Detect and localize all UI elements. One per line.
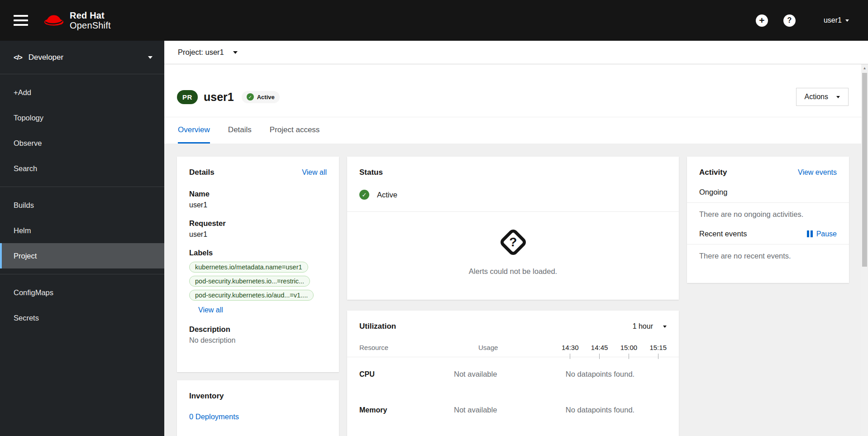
- labels-label: Labels: [189, 249, 327, 257]
- time-tick-label: 14:30: [562, 344, 579, 355]
- time-tick-label: 15:00: [620, 344, 638, 355]
- details-view-all-link[interactable]: View all: [302, 168, 327, 177]
- sidebar-item-secrets[interactable]: Secrets: [0, 305, 164, 331]
- status-card: Status ✓ Active ? Alerts could not be lo…: [347, 157, 679, 300]
- project-selector-dropdown[interactable]: Project: user1: [178, 48, 238, 57]
- name-label: Name: [189, 190, 327, 198]
- plus-circle-icon[interactable]: +: [756, 14, 768, 27]
- nav-group-resources: Builds Helm Project: [0, 187, 164, 274]
- axis-tick: [570, 354, 570, 359]
- project-bar: Project: user1: [164, 41, 868, 64]
- recent-empty-message: There are no recent events.: [699, 252, 837, 260]
- labels-view-all-link[interactable]: View all: [198, 306, 223, 314]
- brand-line2: OpenShift: [70, 20, 111, 30]
- caret-down-icon: [148, 56, 153, 59]
- utilization-row-cpu: CPU Not available No datapoints found.: [359, 370, 667, 379]
- status-badge-label: Active: [257, 94, 275, 101]
- label-chip[interactable]: pod-security.kubernetes.io/aud...=v1....: [189, 290, 314, 301]
- sidebar-item-configmaps[interactable]: ConfigMaps: [0, 280, 164, 305]
- sidebar-item-project[interactable]: Project: [0, 243, 164, 268]
- user-menu-dropdown[interactable]: user1: [824, 16, 849, 24]
- tab-overview[interactable]: Overview: [178, 117, 210, 144]
- utilization-card: Utilization 1 hour Resource Usage 14:30 …: [347, 311, 679, 436]
- redhat-fedora-icon: [43, 12, 64, 29]
- recent-events-heading: Recent events Pause: [699, 230, 837, 238]
- labels-list: kubernetes.io/metadata.name=user1 pod-se…: [189, 262, 327, 301]
- main-content: PR user1 ✓ Active Actions Overview Detai…: [164, 64, 861, 436]
- project-selector-label: Project: user1: [178, 48, 224, 57]
- perspective-label: Developer: [29, 53, 64, 62]
- caret-down-icon: [233, 51, 238, 54]
- actions-dropdown-button[interactable]: Actions: [796, 88, 849, 106]
- caret-down-icon: [836, 96, 840, 98]
- menu-toggle-button[interactable]: [14, 15, 28, 26]
- utilization-row-memory: Memory Not available No datapoints found…: [359, 406, 667, 414]
- divider: [687, 202, 849, 203]
- duration-dropdown[interactable]: 1 hour: [633, 322, 667, 331]
- question-circle-icon[interactable]: ?: [783, 14, 796, 27]
- vertical-scrollbar[interactable]: ▲: [861, 65, 868, 436]
- axis-tick: [599, 354, 600, 359]
- pause-events-button[interactable]: Pause: [807, 230, 837, 238]
- divider: [687, 244, 849, 244]
- unknown-alerts-icon: ?: [498, 227, 528, 257]
- sidebar-item-helm[interactable]: Helm: [0, 218, 164, 243]
- sidebar-item-topology[interactable]: Topology: [0, 105, 164, 130]
- status-card-title: Status: [359, 168, 383, 177]
- pause-icon: [807, 230, 813, 237]
- nav-group-main: +Add Topology Observe Search: [0, 74, 164, 187]
- ongoing-heading: Ongoing: [699, 188, 837, 196]
- ongoing-empty-message: There are no ongoing activities.: [699, 210, 837, 219]
- brand-line1: Red Hat: [70, 10, 111, 20]
- page-header: PR user1 ✓ Active Actions: [164, 64, 861, 117]
- usage-value: Not available: [439, 406, 534, 414]
- datapoints-message: No datapoints found.: [534, 370, 667, 379]
- resource-name: CPU: [359, 370, 439, 379]
- utilization-header-row: Resource Usage 14:30 14:45 15:00 15:15: [359, 344, 667, 355]
- view-events-link[interactable]: View events: [798, 168, 837, 177]
- activity-card-title: Activity: [699, 168, 727, 177]
- status-value: Active: [377, 191, 397, 199]
- requester-label: Requester: [189, 219, 327, 228]
- description-label: Description: [189, 325, 327, 334]
- time-axis: 14:30 14:45 15:00 15:15: [562, 344, 667, 355]
- sidebar-item-builds[interactable]: Builds: [0, 192, 164, 218]
- tab-project-access[interactable]: Project access: [270, 117, 320, 144]
- resource-name: Memory: [359, 406, 439, 414]
- actions-label: Actions: [805, 93, 828, 101]
- axis-tick: [658, 354, 658, 359]
- brand-logo[interactable]: Red Hat OpenShift: [43, 10, 111, 31]
- duration-label: 1 hour: [633, 322, 653, 331]
- caret-down-icon: [845, 19, 849, 22]
- name-value: user1: [189, 201, 327, 209]
- hamburger-icon: [14, 15, 28, 17]
- perspective-switcher[interactable]: </> Developer: [0, 41, 164, 74]
- scrollbar-thumb[interactable]: [862, 73, 867, 267]
- requester-value: user1: [189, 230, 327, 239]
- label-chip[interactable]: pod-security.kubernetes.io...=restric...: [189, 276, 310, 287]
- check-circle-icon: ✓: [247, 93, 254, 101]
- scroll-up-arrow-icon[interactable]: ▲: [861, 65, 868, 72]
- activity-card: Activity View events Ongoing There are n…: [687, 157, 849, 283]
- details-card-title: Details: [189, 168, 215, 177]
- resource-column-header: Resource: [359, 344, 439, 351]
- tab-details[interactable]: Details: [228, 117, 252, 144]
- usage-column-header: Usage: [439, 344, 534, 351]
- caret-down-icon: [663, 326, 667, 328]
- time-tick-label: 14:45: [591, 344, 608, 355]
- sidebar-item-search[interactable]: Search: [0, 156, 164, 181]
- page-title: user1: [204, 91, 234, 104]
- sidebar-item-add[interactable]: +Add: [0, 80, 164, 105]
- code-icon: </>: [14, 53, 22, 61]
- details-card: Details View all Name user1 Requester us…: [177, 157, 339, 372]
- sidebar-item-observe[interactable]: Observe: [0, 130, 164, 156]
- check-circle-icon: ✓: [359, 190, 369, 200]
- usage-value: Not available: [439, 370, 534, 379]
- status-badge: ✓ Active: [242, 91, 280, 103]
- axis-tick: [629, 354, 629, 359]
- inventory-card-title: Inventory: [189, 392, 327, 401]
- deployments-count-link[interactable]: 0 Deployments: [189, 412, 239, 421]
- label-chip[interactable]: kubernetes.io/metadata.name=user1: [189, 262, 308, 273]
- brand-text: Red Hat OpenShift: [70, 10, 111, 31]
- alerts-empty-state: ? Alerts could not be loaded.: [359, 212, 667, 288]
